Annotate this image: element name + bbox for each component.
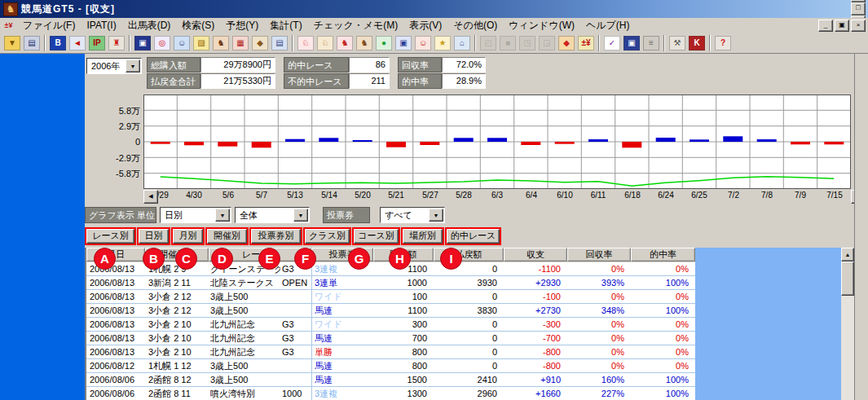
trophy-search-icon: ★ <box>434 36 451 51</box>
tab-by-class[interactable]: クラス別 <box>305 229 350 244</box>
trophy-search-button[interactable]: ★ <box>433 34 452 52</box>
window-search2-button[interactable]: ▣ <box>622 34 641 52</box>
tile-horizontal-button[interactable]: ■ <box>498 34 518 52</box>
table-row[interactable]: 2006/08/133小倉 2 10北九州記念G3ワイド3000-3000%0% <box>86 318 695 332</box>
arrange-buttons-icon[interactable]: ◲ <box>537 34 557 52</box>
wrench-icon: ⚒ <box>669 36 685 51</box>
graph-unit-select[interactable]: 日別 ▼ <box>160 207 231 223</box>
horsehead-red-search-button[interactable]: ♞ <box>335 34 355 52</box>
paint-button[interactable]: ◆ <box>557 34 576 52</box>
ipat-globe-button[interactable]: IP <box>87 34 107 52</box>
menu-window[interactable]: ウィンドウ(W) <box>503 18 580 33</box>
cell-balance: +2730 <box>504 304 564 317</box>
mdi-child-icon[interactable]: ±¥ <box>2 20 15 31</box>
cell-hit-rate: 100% <box>631 276 692 289</box>
menu-help[interactable]: ヘルプ(H) <box>580 18 636 33</box>
column-header-6[interactable]: 収支 <box>504 248 567 262</box>
course-search-button[interactable]: ● <box>374 34 394 52</box>
ticket-filter-select[interactable]: すべて ▼ <box>380 207 445 223</box>
tab-by-course[interactable]: コース別 <box>354 229 399 244</box>
x-tick-label: 5/14 <box>312 191 346 201</box>
chart-scroll-left-icon[interactable]: ◀ <box>143 190 158 204</box>
menu-check-memo[interactable]: チェック・メモ(M) <box>308 18 404 33</box>
menu-others[interactable]: その他(O) <box>447 18 503 33</box>
mdi-close-icon[interactable]: × <box>851 20 866 32</box>
race-search-button[interactable]: ▣ <box>133 34 152 52</box>
app-icon[interactable]: ♞ <box>3 2 18 16</box>
chevron-down-icon[interactable]: ▼ <box>126 59 140 73</box>
window-arrow-button[interactable]: ◄ <box>68 34 87 52</box>
open-import-button[interactable]: ▼ <box>2 34 22 52</box>
chevron-down-icon[interactable]: ▼ <box>293 209 308 222</box>
wrench-button[interactable]: ⚒ <box>668 34 687 52</box>
menu-file[interactable]: ファイル(F) <box>17 18 81 33</box>
table-row[interactable]: 2006/08/133小倉 2 123歳上500馬連11003830+27303… <box>86 304 695 318</box>
radio-tower-button[interactable]: ♜ <box>107 34 126 52</box>
menu-search[interactable]: 検索(S) <box>176 18 220 33</box>
tab-by-race[interactable]: レース別 <box>86 229 134 244</box>
tab-by-day[interactable]: 日別 <box>139 229 169 244</box>
rings-search-button[interactable]: ◎ <box>152 34 172 52</box>
column-header-7[interactable]: 回収率 <box>567 248 631 262</box>
vertical-scrollbar[interactable]: ▲ <box>841 248 854 400</box>
scroll-up-icon[interactable]: ▲ <box>841 248 854 262</box>
mdi-minimize-icon[interactable]: _ <box>818 20 833 32</box>
table-row[interactable]: 2006/08/121札幌 1 123歳上500馬連8000-8000%0% <box>86 359 695 373</box>
jockey-tan-button[interactable]: ♘ <box>315 34 335 52</box>
menu-view[interactable]: 表示(V) <box>403 18 447 33</box>
tab-by-month[interactable]: 月別 <box>173 229 203 244</box>
kol-globe-button[interactable]: K <box>687 34 707 52</box>
tab-hit-races[interactable]: 的中レース <box>447 229 500 244</box>
window-arrow-icon: ◄ <box>69 36 86 51</box>
person-search-button[interactable]: ☺ <box>413 34 433 52</box>
menu-ipat[interactable]: IPAT(I) <box>81 18 121 33</box>
balance-chart <box>143 95 851 189</box>
help-button[interactable]: ? <box>713 34 733 52</box>
jockey-red-button[interactable]: ♘ <box>296 34 315 52</box>
menu-racecard[interactable]: 出馬表(D) <box>122 18 177 33</box>
yen-button[interactable]: ±¥ <box>576 34 596 52</box>
graph-scope-select[interactable]: 全体 ▼ <box>235 207 310 223</box>
table-row[interactable]: 2006/08/133小倉 2 123歳上500ワイド1000-1000%0% <box>86 290 695 304</box>
table-row[interactable]: 2006/08/062函館 8 123歳上500馬連15002410+91016… <box>86 373 695 387</box>
maximize-icon[interactable]: □ <box>851 2 866 15</box>
person-button[interactable]: ☺ <box>172 34 192 52</box>
tab-by-meeting[interactable]: 開催別 <box>207 229 247 244</box>
list-window-button[interactable]: ≡ <box>641 34 661 52</box>
cell-grade <box>282 290 311 303</box>
cell-bet-type: 3連複 <box>311 387 370 400</box>
menu-bar: ±¥ ファイル(F)IPAT(I)出馬表(D)検索(S)予想(Y)集計(T)チェ… <box>0 18 868 33</box>
stable-search-button[interactable]: ⌂ <box>452 34 472 52</box>
table-edit-button[interactable]: ▦ <box>231 34 250 52</box>
table-row[interactable]: 2006/08/062函館 8 11噴火湾特別10003連複13002960+1… <box>86 387 695 400</box>
annotation-circle-e: E <box>258 248 280 270</box>
year-select[interactable]: 2006年 ▼ <box>86 58 142 74</box>
cell-grade <box>282 304 311 317</box>
print-list-button[interactable]: ▤ <box>270 34 289 52</box>
tile-vertical-button[interactable]: ◳ <box>518 34 537 52</box>
chevron-down-icon[interactable]: ▼ <box>429 209 443 222</box>
tab-by-place[interactable]: 場所別 <box>403 229 443 244</box>
table-row[interactable]: 2006/08/133小倉 2 10北九州記念G3単勝8000-8000%0% <box>86 345 695 359</box>
horsehead-brown-search-button[interactable]: ♞ <box>355 34 374 52</box>
mdi-restore-icon[interactable]: ▣ <box>835 20 849 32</box>
table-row[interactable]: 2006/08/133新潟 2 11北陸ステークスOPEN3連単10003930… <box>86 276 695 290</box>
horse-search-button[interactable]: ♞ <box>211 34 231 52</box>
column-header-8[interactable]: 的中率 <box>631 248 695 262</box>
cascade-windows-button[interactable]: ◰ <box>478 34 498 52</box>
menu-forecast[interactable]: 予想(Y) <box>220 18 264 33</box>
memo-edit-button[interactable]: ▨ <box>192 34 211 52</box>
chevron-down-icon[interactable]: ▼ <box>215 209 230 222</box>
toolbar-separator <box>598 35 600 51</box>
table-row[interactable]: 2006/08/133小倉 2 10北九州記念G3馬連7000-7000%0% <box>86 332 695 345</box>
help-icon: ? <box>715 36 731 51</box>
menu-tally[interactable]: 集計(T) <box>264 18 307 33</box>
bet-window-button[interactable]: B <box>48 34 68 52</box>
stat-hit-rate-value: 28.9% <box>442 73 486 89</box>
window-search-button[interactable]: ▣ <box>394 34 413 52</box>
scrollbar-thumb[interactable] <box>841 262 854 296</box>
saddle-search-button[interactable]: ◆ <box>250 34 270 52</box>
check-button[interactable]: ✓ <box>602 34 622 52</box>
tab-by-ticket[interactable]: 投票券別 <box>251 229 301 244</box>
print-button[interactable]: ▤ <box>22 34 42 52</box>
